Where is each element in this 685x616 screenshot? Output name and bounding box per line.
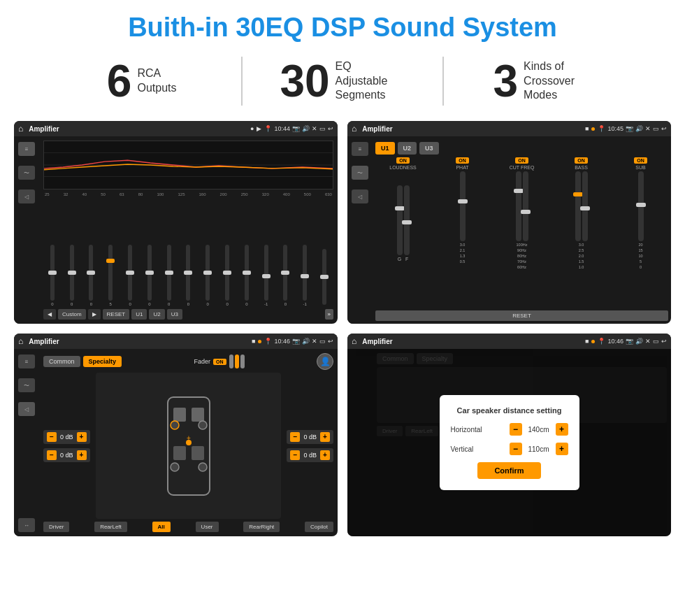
eq-prev-btn[interactable]: ◀ [43, 309, 56, 320]
amp-preset-u3[interactable]: U3 [419, 142, 439, 155]
home-icon-4[interactable]: ⌂ [352, 336, 356, 346]
dialog-horizontal-minus[interactable]: − [510, 423, 522, 436]
dialog-horizontal-control: − 140cm + [510, 423, 568, 436]
vol-val-fr: 0 dB [303, 434, 317, 440]
stat-rca: 6 RCAOutputs [42, 59, 241, 103]
eq-next-btn[interactable]: ▶ [88, 309, 101, 320]
fader-tab-specialty[interactable]: Specialty [83, 356, 122, 367]
eq-u2-btn[interactable]: U2 [149, 309, 164, 320]
fader-label: Fader [194, 358, 211, 365]
svg-rect-5 [192, 408, 204, 422]
vol-plus-fl[interactable]: + [77, 432, 87, 442]
vol-icon-3: 🔊 [302, 338, 310, 345]
fader-icon-arr[interactable]: ↔ [18, 518, 35, 532]
amp-icon-wave[interactable]: 〜 [352, 166, 368, 180]
vol-icon-2: 🔊 [635, 125, 643, 132]
eq-u1-btn[interactable]: U1 [131, 309, 147, 320]
fader-profile-icon[interactable]: 👤 [317, 353, 333, 370]
dialog-confirm-button[interactable]: Confirm [477, 462, 540, 479]
eq-icon-vol[interactable]: ◁ [18, 189, 35, 203]
vol-minus-rr[interactable]: − [290, 450, 300, 460]
rect-icon-1: ▭ [319, 125, 326, 132]
ch5-slider[interactable] [638, 171, 644, 241]
btn-copilot[interactable]: Copilot [305, 522, 333, 532]
ch4-on: ON [575, 157, 588, 164]
ch1-slider2[interactable] [404, 185, 410, 255]
vol-minus-rl[interactable]: − [47, 450, 57, 460]
fader-screen-body: ≡ 〜 ◁ ↔ Common Specialty Fader ON [14, 349, 338, 536]
dialog-horizontal-label: Horizontal [451, 426, 482, 434]
pin-icon-3: 📍 [264, 338, 272, 345]
eq-reset-btn[interactable]: RESET [103, 309, 130, 320]
vol-plus-fr[interactable]: + [320, 432, 330, 442]
dialog-vertical-value: 110cm [525, 445, 553, 453]
screen2-sq: ■ [585, 125, 589, 132]
dialog-horizontal-plus[interactable]: + [556, 423, 568, 436]
svg-rect-6 [173, 446, 186, 460]
home-icon-3[interactable]: ⌂ [18, 336, 23, 346]
eq-slider-1: 0 [63, 245, 81, 306]
amp-icon-eq[interactable]: ≡ [352, 142, 368, 156]
fader-tab-common[interactable]: Common [43, 356, 80, 367]
amp-reset-btn[interactable]: RESET [375, 310, 668, 321]
dialog-horizontal-value: 140cm [525, 426, 553, 434]
btn-driver[interactable]: Driver [43, 522, 69, 532]
eq-expand-btn[interactable]: » [325, 309, 333, 320]
eq-slider-4: 0 [121, 245, 139, 306]
eq-u3-btn[interactable]: U3 [167, 309, 182, 320]
fader-tabs: Common Specialty [43, 356, 122, 367]
vol-minus-fr[interactable]: − [290, 432, 300, 442]
eq-slider-6: 0 [160, 245, 178, 306]
screen1-play: ▶ [257, 125, 261, 132]
btn-rearleft2[interactable]: RearRight [243, 522, 280, 532]
ch1-val1: G [398, 257, 401, 262]
amp-icon-vol[interactable]: ◁ [352, 189, 368, 203]
ch3-on: ON [515, 157, 528, 164]
screen-fader: ⌂ Amplifier ■ 📍 10:46 📷 🔊 ✕ ▭ ↩ ≡ 〜 ◁ ↔ [14, 334, 338, 536]
dialog-vertical-minus[interactable]: − [510, 443, 522, 455]
eq-slider-9: 0 [218, 245, 236, 306]
btn-all[interactable]: All [152, 522, 171, 532]
ch3-slider2[interactable] [523, 171, 528, 241]
btn-rearleft[interactable]: RearLeft [94, 522, 127, 532]
eq-sliders: 0 0 0 5 0 0 0 0 0 0 0 -1 0 -1 [43, 199, 333, 306]
fader-icon-wave[interactable]: 〜 [18, 378, 35, 392]
home-icon-1[interactable]: ⌂ [18, 124, 23, 134]
fader-on-badge: ON [213, 359, 226, 365]
page-title: Buith-in 30EQ DSP Sound System [0, 0, 685, 50]
svg-rect-4 [173, 408, 186, 422]
ch4-slider2[interactable] [582, 171, 588, 241]
amp-preset-u2[interactable]: U2 [398, 142, 417, 155]
ch2-slider[interactable] [460, 171, 466, 241]
vol-plus-rl[interactable]: + [77, 450, 87, 460]
eq-icon-eq[interactable]: ≡ [18, 142, 35, 156]
back-icon-2: ↩ [661, 125, 667, 132]
screen-eq: ⌂ Amplifier ● ▶ 📍 10:44 📷 🔊 ✕ ▭ ↩ ≡ 〜 ◁ [14, 121, 338, 324]
eq-custom-btn[interactable]: Custom [58, 309, 86, 320]
vol-minus-fl[interactable]: − [47, 432, 57, 442]
cam-icon-1: 📷 [292, 125, 300, 132]
screen2-time: 10:45 [607, 125, 623, 132]
eq-slider-12: 0 [277, 245, 295, 306]
ch3-slider1[interactable] [516, 171, 521, 241]
fader-main: Common Specialty Fader ON 👤 [39, 349, 338, 536]
cam-icon-2: 📷 [626, 125, 633, 132]
btn-user[interactable]: User [196, 522, 219, 532]
stat-text-eq: EQ AdjustableSegments [336, 59, 405, 103]
dialog-vertical-plus[interactable]: + [556, 443, 568, 455]
amp-preset-u1[interactable]: U1 [375, 142, 395, 155]
fader-icon-eq[interactable]: ≡ [18, 354, 35, 368]
speaker-diagram: + [96, 373, 282, 519]
fader-icon-vol[interactable]: ◁ [18, 402, 35, 416]
home-icon-2[interactable]: ⌂ [352, 124, 356, 134]
screen1-title: Amplifier [29, 125, 247, 133]
eq-icon-wave[interactable]: 〜 [18, 166, 35, 180]
screen1-time: 10:44 [274, 125, 290, 132]
svg-point-10 [171, 463, 179, 471]
eq-slider-3: 5 [101, 245, 120, 306]
screen4-title: Amplifier [362, 338, 582, 345]
dialog-vertical-label: Vertical [451, 445, 474, 453]
vol-plus-rr[interactable]: + [320, 450, 330, 460]
pin-icon-1: 📍 [264, 125, 272, 132]
screen3-time: 10:46 [274, 338, 290, 345]
